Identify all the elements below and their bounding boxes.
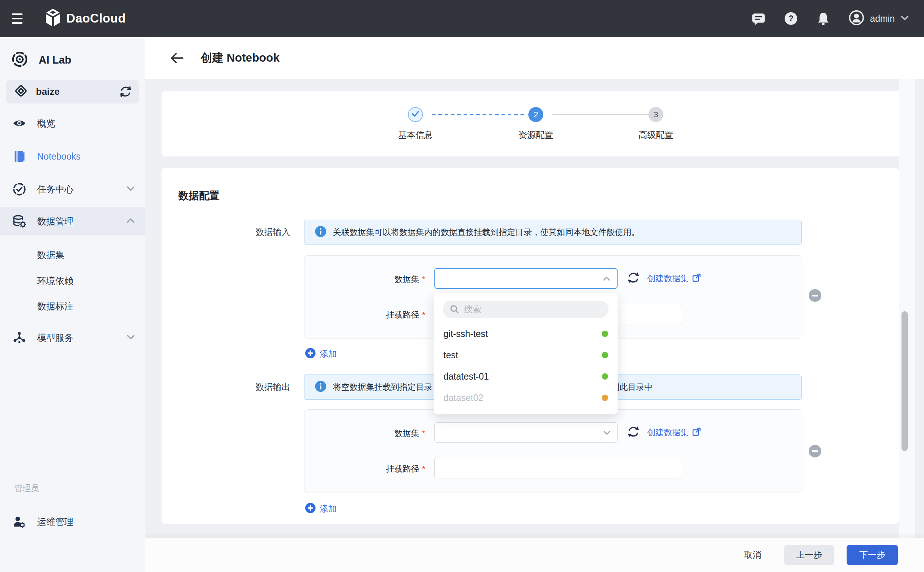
sidebar-item-model-services[interactable]: 模型服务 xyxy=(0,324,145,352)
sidebar-subitem-datasets[interactable]: 数据集 xyxy=(37,249,64,261)
dropdown-option-test[interactable]: test xyxy=(434,345,618,365)
help-icon[interactable]: ? xyxy=(784,11,798,26)
chevron-down-icon xyxy=(126,334,135,342)
sidebar-item-notebooks[interactable]: Notebooks xyxy=(0,142,145,171)
model-nodes-icon xyxy=(13,331,26,344)
brand-logo[interactable]: DaoCloud xyxy=(44,8,126,29)
step-2-active-circle[interactable]: 2 xyxy=(528,107,543,122)
message-icon[interactable] xyxy=(751,11,766,26)
info-icon xyxy=(315,380,327,394)
dropdown-search[interactable] xyxy=(443,301,608,318)
step-number: 3 xyxy=(654,110,658,119)
create-dataset-label: 创建数据集 xyxy=(647,427,689,438)
create-dataset-link[interactable]: 创建数据集 xyxy=(647,273,701,284)
sidebar-subitem-env-deps[interactable]: 环境依赖 xyxy=(37,275,73,287)
check-icon xyxy=(411,111,419,119)
refresh-icon[interactable] xyxy=(627,271,640,286)
dropdown-option-datatest-01[interactable]: datatest-01 xyxy=(434,366,618,387)
option-label: datatest-01 xyxy=(443,371,489,382)
add-label: 添加 xyxy=(320,348,336,359)
step-1-label: 基本信息 xyxy=(376,129,455,141)
ailab-logo-icon xyxy=(11,51,28,70)
sidebar-item-task-center[interactable]: 任务中心 xyxy=(0,175,145,203)
footer-actions: 取消 上一步 下一步 xyxy=(145,538,924,572)
mount-path-field-label: 挂载路径* xyxy=(336,309,425,320)
data-output-label: 数据输出 xyxy=(195,381,290,393)
sidebar-subitem-data-annotation[interactable]: 数据标注 xyxy=(37,300,73,312)
plus-circle-icon xyxy=(305,502,316,515)
step-connector-solid xyxy=(552,114,651,115)
info-icon xyxy=(315,226,327,239)
next-step-button[interactable]: 下一步 xyxy=(847,545,898,565)
mount-path-field-label: 挂载路径* xyxy=(336,463,425,474)
product-header: AI Lab xyxy=(11,51,71,70)
dropdown-option-git-ssh-test[interactable]: git-ssh-test xyxy=(434,324,618,344)
status-dot xyxy=(602,352,608,358)
option-label: git-ssh-test xyxy=(443,329,488,339)
sidebar-divider xyxy=(9,107,136,107)
cancel-button[interactable]: 取消 xyxy=(744,545,761,565)
dataset-field-label: 数据集* xyxy=(336,274,425,285)
workspace-selector[interactable]: baize xyxy=(6,80,139,103)
dataset-tools: 创建数据集 xyxy=(627,422,701,443)
section-title: 数据配置 xyxy=(178,189,220,203)
required-marker: * xyxy=(422,310,425,319)
sidebar-item-label: 数据管理 xyxy=(37,215,73,228)
step-number: 2 xyxy=(533,110,538,119)
dataset-tools: 创建数据集 xyxy=(627,268,701,289)
username: admin xyxy=(870,13,895,24)
sidebar: AI Lab baize xyxy=(0,37,145,572)
topbar-actions: ? admin xyxy=(751,10,909,27)
back-arrow-icon[interactable] xyxy=(170,52,184,64)
dropdown-option-dataset02[interactable]: dataset02 xyxy=(434,388,618,408)
app-screen: DaoCloud ? xyxy=(0,0,924,572)
status-dot xyxy=(602,331,608,337)
alert-text: 关联数据集可以将数据集内的数据直接挂载到指定目录，使其如同本地文件般使用。 xyxy=(333,227,640,238)
step-1-done-circle[interactable] xyxy=(408,107,423,122)
notebook-icon xyxy=(13,150,26,163)
sidebar-item-label: 模型服务 xyxy=(37,332,73,344)
previous-step-button[interactable]: 上一步 xyxy=(784,545,834,565)
chevron-down-icon xyxy=(126,186,135,193)
svg-text:?: ? xyxy=(789,13,794,23)
remove-data-output-button[interactable] xyxy=(808,444,822,458)
step-3-pending-circle[interactable]: 3 xyxy=(648,107,663,122)
sidebar-divider xyxy=(9,472,136,472)
workspace-icon xyxy=(14,84,28,100)
plus-circle-icon xyxy=(305,348,316,360)
sidebar-item-data-management[interactable]: 数据管理 xyxy=(0,207,145,235)
sidebar-item-ops-management[interactable]: 运维管理 xyxy=(0,508,145,536)
sidebar-item-overview[interactable]: 概览 xyxy=(0,109,145,137)
notifications-bell-icon[interactable] xyxy=(816,11,830,26)
user-menu[interactable]: admin xyxy=(849,10,909,27)
dataset-field-label: 数据集* xyxy=(336,428,425,439)
daocloud-cube-icon xyxy=(44,8,62,29)
option-label: test xyxy=(443,350,458,361)
add-label: 添加 xyxy=(320,503,336,514)
workspace-name: baize xyxy=(36,86,60,97)
create-dataset-link[interactable]: 创建数据集 xyxy=(647,427,701,438)
required-marker: * xyxy=(422,429,425,438)
refresh-icon[interactable] xyxy=(627,425,640,440)
data-input-label: 数据输入 xyxy=(195,226,290,238)
dataset-select-input[interactable] xyxy=(434,268,618,289)
dataset-dropdown: git-ssh-test test datatest-01 dataset02 xyxy=(434,293,618,414)
database-gear-icon xyxy=(13,214,26,228)
required-marker: * xyxy=(422,464,425,473)
product-name: AI Lab xyxy=(39,54,71,66)
remove-data-input-button[interactable] xyxy=(808,289,822,302)
dropdown-search-input[interactable] xyxy=(464,304,594,314)
wizard-steps: 2 3 基本信息 资源配置 高级配置 xyxy=(162,91,911,156)
dataset-select-output[interactable] xyxy=(434,422,618,443)
topbar: DaoCloud ? xyxy=(0,0,924,37)
scrollbar-thumb[interactable] xyxy=(901,311,908,451)
sidebar-item-label: Notebooks xyxy=(37,151,81,162)
add-data-output-link[interactable]: 添加 xyxy=(305,502,336,515)
menu-toggle-icon[interactable] xyxy=(12,11,28,26)
page-header: 创建 Notebook xyxy=(145,37,924,79)
external-link-icon xyxy=(692,427,701,438)
user-chevron-down-icon xyxy=(900,15,909,23)
add-data-input-link[interactable]: 添加 xyxy=(305,348,336,360)
mount-path-input[interactable] xyxy=(434,458,681,478)
workspace-switch-icon[interactable] xyxy=(119,86,132,98)
